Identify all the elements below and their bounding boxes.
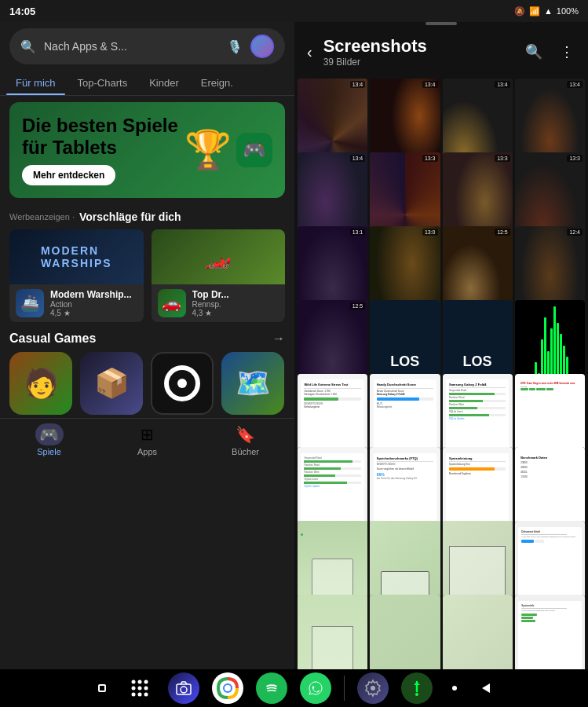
game-card-mw[interactable]: MODERNWARSHIPS 🚢 Modern Warship... Actio… <box>9 229 144 322</box>
game-meta-td: Top Dr... Rennsp. 4,3 ★ <box>192 289 279 317</box>
game-banner-td: 🏎️ <box>152 229 286 284</box>
screenshot-grid: 13:4 13:4 13:4 13:4 13:4 <box>294 75 588 669</box>
promo-button[interactable]: Mehr entdecken <box>22 165 115 185</box>
mic-icon[interactable]: 🎙️ <box>227 39 243 54</box>
game-thumb-td: 🚗 <box>158 289 186 317</box>
gallery-more-button[interactable]: ⋮ <box>555 38 579 65</box>
books-nav-icon: 🔖 <box>236 425 255 444</box>
casual-game-1[interactable]: 🧑 <box>9 352 72 415</box>
casual-games-header: Casual Games → <box>0 325 294 349</box>
app-dock <box>0 669 588 707</box>
back-button[interactable]: ‹ <box>304 40 316 64</box>
apps-nav-icon: ⊞ <box>141 425 154 444</box>
nav-spiele[interactable]: 🎮 Spiele <box>0 423 98 456</box>
game-name-td: Top Dr... <box>192 289 279 300</box>
casual-game-3[interactable] <box>151 352 214 415</box>
bottom-nav: 🎮 Spiele ⊞ Apps 🔖 Bücher <box>0 418 294 460</box>
game-meta-mw: Modern Warship... Action 4,5 ★ <box>50 289 137 317</box>
search-input[interactable]: Nach Apps & S... <box>44 40 219 53</box>
game-genre-td: Rennsp. <box>192 300 279 309</box>
drag-handle[interactable] <box>425 22 457 25</box>
game-banner-mw: MODERNWARSHIPS <box>9 229 144 284</box>
recents-button[interactable] <box>93 679 111 698</box>
thumb-map-6[interactable] <box>443 595 513 669</box>
home-button[interactable] <box>445 679 464 698</box>
ad-label: Werbeanzeigen · <box>9 212 75 222</box>
dock-spotify-icon[interactable] <box>256 672 287 704</box>
arrow-icon[interactable]: → <box>272 332 285 346</box>
game-card-td[interactable]: 🏎️ 🚗 Top Dr... Rennsp. 4,3 ★ <box>152 229 286 322</box>
dock-unknown-icon[interactable] <box>401 672 433 704</box>
svg-point-9 <box>138 693 142 697</box>
nav-spiele-icon-wrap: 🎮 <box>35 423 64 445</box>
game-thumb-mw: 🚢 <box>16 289 44 317</box>
tab-kinder[interactable]: Kinder <box>140 71 188 95</box>
promo-icons: 🏆 🎮 <box>184 128 272 172</box>
game-cards-row: MODERNWARSHIPS 🚢 Modern Warship... Actio… <box>0 226 294 325</box>
gallery-count: 39 Bilder <box>323 57 513 68</box>
svg-point-3 <box>138 680 142 684</box>
gallery-panel: ‹ Screenshots 39 Bilder 🔍 ⋮ 13:4 13:4 <box>294 22 588 669</box>
status-time: 14:05 <box>9 5 35 17</box>
dock-grid-icon[interactable] <box>124 672 155 704</box>
suggestions-title: Vorschläge für dich <box>79 211 181 223</box>
gallery-search-button[interactable]: 🔍 <box>520 38 547 65</box>
status-bar: 14:05 🔕 📶 ▲ 100% <box>0 0 588 22</box>
back-button-sys[interactable] <box>477 679 495 698</box>
game-genre-mw: Action <box>50 300 137 309</box>
tab-ereignisse[interactable]: Ereign. <box>192 71 243 95</box>
dock-whatsapp-icon[interactable] <box>300 672 331 704</box>
wifi-icon: 📶 <box>529 6 540 16</box>
dock-chrome-icon[interactable] <box>212 672 243 704</box>
thumb-map-4[interactable] <box>298 595 367 669</box>
thumb-doc-2[interactable]: Systeminfo System details and configurat… <box>515 595 585 669</box>
nav-spiele-label: Spiele <box>37 447 61 456</box>
suggestions-header: Werbeanzeigen · Vorschläge für dich <box>0 204 294 226</box>
svg-point-8 <box>132 693 136 697</box>
gallery-title: Screenshots <box>323 36 513 57</box>
nav-apps[interactable]: ⊞ Apps <box>98 423 196 456</box>
tabs-row: Für mich Top-Charts Kinder Ereign. <box>0 71 294 96</box>
svg-point-10 <box>144 693 148 697</box>
nav-bucher[interactable]: 🔖 Bücher <box>196 423 294 456</box>
nav-apps-label: Apps <box>137 447 157 456</box>
signal-icon: ▲ <box>544 6 553 16</box>
svg-point-1 <box>177 379 187 388</box>
svg-point-5 <box>132 687 136 691</box>
casual-games-title: Casual Games <box>9 332 96 346</box>
search-bar[interactable]: 🔍 Nach Apps & S... 🎙️ <box>9 28 285 64</box>
svg-point-4 <box>144 680 148 684</box>
nav-bucher-label: Bücher <box>232 447 259 456</box>
game-info-td: 🚗 Top Dr... Rennsp. 4,3 ★ <box>152 284 286 322</box>
gamepad-icon: 🎮 <box>236 133 272 167</box>
game-info-mw: 🚢 Modern Warship... Action 4,5 ★ <box>9 284 144 322</box>
game-name-mw: Modern Warship... <box>50 289 137 300</box>
avatar[interactable] <box>250 35 274 58</box>
casual-game-4[interactable]: 🗺️ <box>221 352 284 415</box>
gallery-title-wrap: Screenshots 39 Bilder <box>323 36 513 68</box>
tab-top-charts[interactable]: Top-Charts <box>68 71 137 95</box>
svg-point-6 <box>138 687 142 691</box>
svg-point-2 <box>132 680 136 684</box>
svg-point-19 <box>415 693 418 696</box>
tab-fur-mich[interactable]: Für mich <box>6 71 65 95</box>
main-content: 🔍 Nach Apps & S... 🎙️ Für mich Top-Chart… <box>0 22 588 669</box>
dock-divider <box>344 676 345 701</box>
casual-game-2[interactable]: 📦 <box>80 352 143 415</box>
promo-banner: Die besten Spiele für Tablets Mehr entde… <box>9 102 285 198</box>
game-rating-mw: 4,5 ★ <box>50 309 137 317</box>
svg-point-15 <box>225 685 231 691</box>
gallery-header: ‹ Screenshots 39 Bilder 🔍 ⋮ <box>294 28 588 75</box>
thumb-map-5[interactable] <box>370 595 440 669</box>
search-icon: 🔍 <box>20 39 36 54</box>
casual-games-row: 🧑 📦 🗺️ <box>0 349 294 418</box>
nav-bucher-icon-wrap: 🔖 <box>232 423 260 445</box>
play-store-panel: 🔍 Nach Apps & S... 🎙️ Für mich Top-Chart… <box>0 22 294 669</box>
game-rating-td: 4,3 ★ <box>192 309 279 317</box>
dock-camera-icon[interactable] <box>168 672 199 704</box>
promo-content: Die besten Spiele für Tablets Mehr entde… <box>22 115 184 185</box>
dock-settings-icon[interactable] <box>357 672 389 704</box>
nav-apps-icon-wrap: ⊞ <box>133 423 162 445</box>
svg-point-12 <box>181 687 187 693</box>
trophy-icon: 🏆 <box>184 128 232 172</box>
